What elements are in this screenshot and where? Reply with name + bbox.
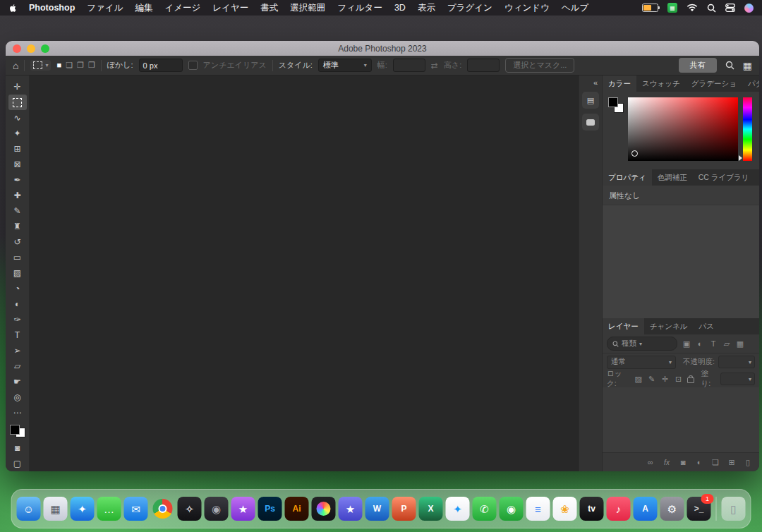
dock-app-purple-star[interactable]: ★ — [339, 497, 363, 521]
spotlight-search-icon[interactable] — [707, 4, 716, 13]
apple-menu[interactable] — [8, 3, 18, 13]
eyedropper-tool[interactable]: ✒ — [8, 172, 27, 188]
panel-color-swatches[interactable] — [608, 97, 624, 113]
filter-type-layers-icon[interactable]: T — [708, 339, 718, 348]
dock-apple-tv[interactable]: tv — [580, 497, 604, 521]
gradient-tool[interactable]: ▨ — [8, 265, 27, 281]
dock-word[interactable]: W — [365, 497, 389, 521]
dock-mail[interactable]: ✉ — [124, 497, 148, 521]
dock-chrome[interactable] — [151, 497, 175, 521]
filter-adjustment-layers-icon[interactable]: ◐ — [695, 339, 705, 348]
dock-powerpoint[interactable]: P — [392, 497, 416, 521]
width-input[interactable] — [393, 59, 425, 72]
lock-all-icon[interactable] — [687, 377, 694, 383]
layer-effects-icon[interactable]: fx — [662, 459, 672, 466]
history-brush-tool[interactable]: ↺ — [8, 234, 27, 250]
dodge-tool[interactable]: ◐ — [8, 296, 27, 312]
share-button[interactable]: 共有 — [679, 58, 717, 73]
comments-panel-button[interactable] — [582, 114, 599, 131]
dock-photoshop[interactable]: Ps — [258, 497, 282, 521]
dock-imovie[interactable]: ★ — [231, 497, 255, 521]
fill-input[interactable]: ▾ — [720, 373, 755, 385]
tab-properties[interactable]: プロパティ — [603, 169, 652, 186]
path-selection-tool[interactable]: ➢ — [8, 343, 27, 358]
dock-keynote[interactable]: ✦ — [446, 497, 470, 521]
control-center-icon[interactable] — [725, 4, 735, 12]
type-tool[interactable]: T — [8, 327, 27, 343]
menu-help[interactable]: ヘルプ — [562, 2, 588, 14]
layer-mask-icon[interactable]: ◙ — [678, 458, 688, 466]
dock-messages[interactable]: … — [97, 497, 121, 521]
minimize-button[interactable] — [27, 44, 35, 53]
dock-finder[interactable]: ☺ — [17, 497, 41, 521]
menu-select[interactable]: 選択範囲 — [290, 2, 325, 14]
hand-tool[interactable]: ☛ — [8, 374, 27, 389]
dock-illustrator[interactable]: Ai — [285, 497, 309, 521]
layer-group-icon[interactable]: ❏ — [710, 458, 720, 467]
expand-panels-button[interactable]: « — [593, 78, 598, 87]
workspace-icon[interactable]: ▦ — [743, 61, 752, 71]
tab-color[interactable]: カラー — [603, 75, 636, 92]
dock-facetime[interactable]: ✆ — [473, 497, 497, 521]
lock-transparent-pixels-icon[interactable]: ▨ — [634, 375, 643, 384]
edit-toolbar[interactable]: ⋯ — [8, 405, 27, 421]
wifi-icon[interactable] — [687, 4, 698, 12]
swap-dimensions-icon[interactable]: ⇄ — [431, 61, 438, 71]
menu-type[interactable]: 書式 — [260, 2, 278, 14]
menu-plugins[interactable]: プラグイン — [447, 2, 492, 14]
dock-safari[interactable]: ✦ — [71, 497, 95, 521]
dock-app-dark-1[interactable]: ✧ — [178, 497, 202, 521]
intersect-selection-button[interactable]: ❒ — [88, 61, 95, 70]
dock-photos[interactable]: ❀ — [553, 497, 577, 521]
canvas-workspace[interactable] — [30, 75, 579, 471]
dock-final-cut-pro[interactable] — [312, 497, 336, 521]
antialias-checkbox[interactable] — [188, 61, 198, 70]
layers-list[interactable] — [603, 387, 759, 452]
dock-app-white-list[interactable]: ≡ — [526, 497, 550, 521]
tab-channels[interactable]: チャンネル — [644, 318, 694, 334]
menu-file[interactable]: ファイル — [87, 2, 123, 14]
tab-swatches[interactable]: スウォッチ — [636, 75, 686, 92]
tab-cc-libraries[interactable]: CC ライブラリ — [693, 169, 755, 186]
dock-system-settings[interactable]: ⚙ — [660, 497, 684, 521]
spot-healing-brush-tool[interactable]: ✚ — [8, 188, 27, 203]
move-tool[interactable]: ✛ — [8, 79, 27, 95]
hue-slider-marker[interactable] — [739, 155, 745, 161]
delete-layer-icon[interactable]: ▯ — [743, 458, 753, 467]
new-selection-button[interactable]: ■ — [56, 61, 61, 70]
saturation-brightness-field[interactable] — [628, 97, 738, 161]
menu-filter[interactable]: フィルター — [337, 2, 382, 14]
lock-position-icon[interactable]: ✛ — [660, 375, 670, 384]
filter-smart-objects-icon[interactable]: ▦ — [735, 339, 745, 349]
filter-pixel-layers-icon[interactable]: ▣ — [682, 339, 691, 349]
add-to-selection-button[interactable]: ❏ — [66, 61, 73, 70]
subtract-from-selection-button[interactable]: ❐ — [77, 61, 84, 70]
menu-view[interactable]: 表示 — [418, 2, 435, 14]
menu-window[interactable]: ウィンドウ — [504, 2, 550, 14]
foreground-color-swatch[interactable] — [608, 97, 618, 107]
green-app-status-icon[interactable]: ▦ — [667, 3, 677, 13]
tool-preset-picker[interactable]: ▾ — [30, 60, 51, 71]
crop-tool[interactable]: ⊞ — [8, 141, 27, 157]
search-icon[interactable] — [725, 61, 734, 70]
tab-layers[interactable]: レイヤー — [603, 318, 644, 334]
hue-slider[interactable] — [743, 97, 752, 161]
menu-photoshop[interactable]: Photoshop — [29, 3, 75, 13]
tab-paths[interactable]: パス — [693, 318, 720, 334]
pen-tool[interactable]: ✑ — [8, 312, 27, 327]
dock-music[interactable]: ♪ — [607, 497, 631, 521]
opacity-input[interactable]: ▾ — [718, 356, 755, 368]
lock-image-pixels-icon[interactable]: ✎ — [647, 375, 657, 384]
dock-app-store[interactable]: A — [634, 497, 658, 521]
style-select[interactable]: 標準 ▾ — [318, 59, 372, 72]
title-bar[interactable]: Adobe Photoshop 2023 — [6, 41, 759, 56]
clone-stamp-tool[interactable]: ♜ — [8, 219, 27, 234]
layer-filter-select[interactable]: 種類 ▾ — [607, 337, 677, 351]
lock-artboard-icon[interactable]: ⊡ — [674, 375, 684, 384]
dock-app-green-camera[interactable]: ◉ — [500, 497, 524, 521]
tab-adjustments[interactable]: 色調補正 — [652, 169, 693, 186]
battery-icon[interactable] — [642, 4, 658, 12]
height-input[interactable] — [467, 59, 500, 72]
feather-input[interactable]: 0 px — [139, 59, 183, 72]
foreground-background-colors[interactable] — [10, 425, 25, 437]
